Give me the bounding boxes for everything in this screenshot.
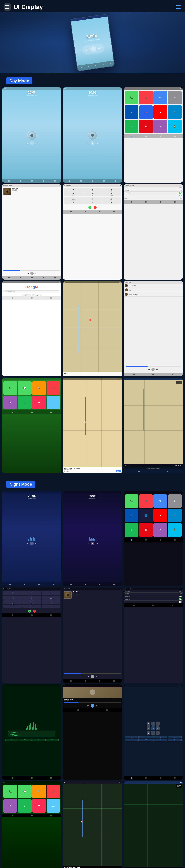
night-call-key-2[interactable]: 2ABC	[23, 591, 41, 595]
night-nav-opt-4[interactable]: POI	[168, 736, 182, 738]
night-settings[interactable]: ⚙	[168, 494, 182, 508]
night-s2-next[interactable]: ⏭	[96, 542, 98, 545]
ios-podcast[interactable]: 🎙	[3, 396, 17, 409]
hero-play-btn[interactable]: ⏸	[90, 45, 97, 53]
call-key-hash[interactable]: #	[102, 202, 121, 204]
app-netflix-icon[interactable]: N	[139, 120, 153, 133]
call-key-0[interactable]: 0	[83, 202, 102, 204]
night-call-key-6[interactable]: 6MNO	[42, 596, 60, 600]
arrow-up[interactable]: ↑	[151, 722, 155, 726]
call-key-2[interactable]: 2ABC	[83, 188, 102, 192]
night-btm-next[interactable]: ⏭	[96, 676, 97, 678]
app-podcast-icon[interactable]: 🎙	[154, 120, 167, 133]
night-call-key-4[interactable]: 4GHI	[3, 596, 22, 600]
bt-next-btn[interactable]: ⏭	[35, 272, 36, 274]
bt-prev-btn[interactable]: ⏮	[27, 272, 29, 274]
google-lucky-btn[interactable]: I'm Feeling Lucky	[32, 294, 42, 296]
day-s2-next[interactable]: ⏭	[96, 142, 98, 144]
top-menu-icon[interactable]	[176, 5, 181, 9]
night-call-key-3[interactable]: 3DEF	[42, 591, 60, 595]
night-phone[interactable]: 📞	[125, 494, 138, 508]
night-nav-opt-7[interactable]: SPD	[153, 739, 167, 741]
bt-settings-close[interactable]: ✕	[181, 185, 182, 186]
app-music-icon[interactable]: 🎵	[139, 91, 153, 104]
wave-treble-1[interactable]: TREBLE	[46, 739, 58, 741]
app-youtube-icon[interactable]: ▶	[154, 105, 167, 119]
night-s2-prev[interactable]: ⏮	[87, 542, 89, 545]
call-key-3[interactable]: 3DEF	[102, 188, 121, 192]
night-youtube[interactable]: ▶	[154, 509, 167, 522]
app-waze-icon[interactable]: 🚦	[168, 120, 182, 133]
wave-bass-1[interactable]: BASS	[19, 739, 32, 741]
night-nav-opt-3[interactable]: N	[153, 736, 167, 738]
call-key-5[interactable]: 5JKL	[83, 192, 102, 196]
night-food-next[interactable]: ⏭	[96, 705, 98, 707]
night-ios-spotify[interactable]: ♪	[18, 799, 31, 813]
night-s1-play[interactable]: ⏸	[30, 541, 34, 546]
arrow-center[interactable]: ●	[151, 726, 155, 730]
night-nav-opt-1[interactable]: 2D	[125, 736, 139, 738]
night-call-key-1[interactable]: 1	[3, 591, 22, 595]
bt-call-close[interactable]: ✕	[120, 185, 121, 186]
night-auto-answer-toggle[interactable]	[179, 596, 182, 597]
hamburger-menu-icon[interactable]	[4, 3, 11, 10]
arrow-up-left[interactable]: ↖	[147, 722, 151, 726]
night-s1-prev[interactable]: ⏮	[27, 542, 28, 545]
social-close[interactable]: ✕	[181, 282, 182, 283]
call-key-4[interactable]: 4GHI	[64, 192, 82, 196]
hero-next-btn[interactable]: ⏭	[98, 46, 101, 50]
night-ios-find[interactable]: 🔍	[32, 785, 46, 798]
night-call-answer[interactable]: 📞	[28, 610, 31, 613]
night-nav-opt-2[interactable]: 3D	[139, 736, 153, 738]
night-call-close[interactable]: ✕	[59, 588, 60, 590]
night-call-key-star[interactable]: *	[3, 605, 22, 608]
day-s1-play[interactable]: ⏸	[30, 141, 34, 145]
night-food-play[interactable]: ▶	[90, 704, 95, 708]
night-telegram[interactable]: ✈	[168, 509, 182, 522]
arrow-down-left[interactable]: ↙	[147, 731, 151, 735]
ios-app8[interactable]: ☁	[47, 396, 60, 409]
arrow-up-right[interactable]: ↗	[156, 722, 160, 726]
night-call-key-7[interactable]: 7PQRS	[3, 600, 22, 604]
google-search-bar[interactable]: Search or type URL	[3, 290, 60, 293]
night-music[interactable]: 🎵	[139, 494, 153, 508]
night-netflix[interactable]: N	[139, 523, 153, 536]
night-nav-opt-5[interactable]: DAY	[125, 739, 139, 741]
call-key-7[interactable]: 7PQRS	[64, 197, 82, 201]
app-spotify-icon[interactable]: ♪	[125, 120, 138, 133]
day-s2-play[interactable]: ⏸	[90, 141, 95, 145]
wave-mid-1[interactable]: MID	[32, 739, 45, 741]
night-spotify[interactable]: ♪	[125, 523, 138, 536]
night-s1-next[interactable]: ⏭	[35, 542, 37, 545]
auto-connect-toggle[interactable]	[179, 195, 182, 196]
night-ios-podcast[interactable]: 🎙	[3, 799, 17, 813]
night-s2-play[interactable]: ⏸	[90, 541, 95, 546]
day-s2-prev[interactable]: ⏮	[87, 142, 89, 144]
night-maps[interactable]: 🗺	[154, 494, 167, 508]
ios-messages[interactable]: 💬	[18, 381, 31, 395]
night-call-key-9[interactable]: 9WXYZ	[42, 600, 60, 604]
call-key-star[interactable]: *	[64, 202, 82, 204]
app-maps-icon[interactable]: 🗺	[154, 91, 167, 104]
app-bt-icon[interactable]: BT	[125, 105, 138, 119]
arrow-down-right[interactable]: ↘	[156, 731, 160, 735]
night-btm-close[interactable]: ✕	[120, 588, 121, 590]
night-call-end[interactable]: ✕	[33, 610, 36, 613]
ios-find[interactable]: 🔍	[32, 381, 46, 395]
power-toggle[interactable]	[179, 198, 182, 199]
ios-app7[interactable]: ❤	[32, 396, 46, 409]
night-waze[interactable]: 🚦	[168, 523, 182, 536]
night-food-prev[interactable]: ⏮	[87, 705, 89, 707]
night-app6[interactable]: 🌐	[139, 509, 153, 522]
call-answer-btn[interactable]: 📞	[88, 206, 91, 209]
night-podcast[interactable]: 🎙	[154, 523, 167, 536]
night-call-key-8[interactable]: 8TUV	[23, 600, 41, 604]
social-item-3[interactable]: 一曲相思 (粤语版).mp3	[124, 292, 183, 297]
call-end-btn[interactable]: ✕	[94, 206, 97, 209]
app-telegram-icon[interactable]: ✈	[168, 105, 182, 119]
ios-spotify[interactable]: ♪	[18, 396, 31, 409]
night-call-key-0[interactable]: 0	[23, 605, 41, 608]
night-ios-app8[interactable]: ☁	[47, 799, 60, 813]
google-search-btn[interactable]: Google Search	[22, 294, 31, 296]
call-key-8[interactable]: 8TUV	[83, 197, 102, 201]
